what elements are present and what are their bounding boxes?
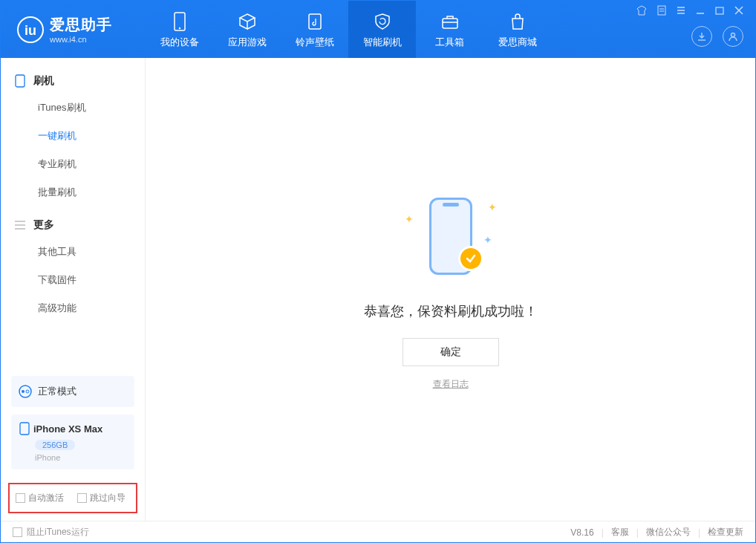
device-storage: 256GB — [35, 440, 75, 450]
svg-text:iu: iu — [25, 23, 36, 38]
device-type: iPhone — [35, 453, 127, 462]
toolbox-icon — [440, 10, 460, 33]
svg-rect-5 — [443, 19, 457, 28]
svg-point-3 — [178, 27, 180, 28]
minimize-icon[interactable] — [696, 5, 705, 16]
tab-ringtones[interactable]: 铃声壁纸 — [281, 1, 348, 58]
svg-point-22 — [22, 390, 25, 393]
sidebar-item-pro-flash[interactable]: 专业刷机 — [1, 150, 145, 178]
sparkle-icon: ✦ — [488, 201, 497, 213]
tab-store[interactable]: 爱思商城 — [483, 1, 551, 58]
sidebar-item-advanced[interactable]: 高级功能 — [1, 294, 145, 322]
footer-update-link[interactable]: 检查更新 — [708, 526, 743, 539]
tab-flash[interactable]: 智能刷机 — [348, 1, 416, 58]
svg-rect-24 — [20, 423, 29, 435]
logo-area: iu 爱思助手 www.i4.cn — [1, 1, 146, 58]
auto-activate-checkbox[interactable]: 自动激活 — [16, 492, 64, 504]
download-button[interactable] — [691, 26, 712, 47]
device-icon — [172, 10, 187, 33]
sparkle-icon: ✦ — [483, 234, 492, 246]
sidebar-item-oneclick-flash[interactable]: 一键刷机 — [1, 122, 145, 150]
device-name: iPhone XS Max — [33, 423, 102, 435]
skip-guide-checkbox[interactable]: 跳过向导 — [77, 492, 126, 504]
list-icon — [14, 220, 26, 230]
user-button[interactable] — [723, 26, 743, 47]
tab-label: 智能刷机 — [363, 36, 402, 49]
tab-label: 铃声壁纸 — [296, 36, 334, 49]
svg-rect-4 — [309, 14, 321, 29]
tab-label: 应用游戏 — [228, 36, 267, 49]
maximize-icon[interactable] — [715, 5, 724, 16]
close-icon[interactable] — [734, 5, 743, 16]
music-file-icon — [307, 10, 323, 33]
logo-icon: iu — [17, 16, 44, 43]
tab-label: 我的设备 — [160, 36, 199, 49]
footer-service-link[interactable]: 客服 — [611, 526, 629, 539]
success-illustration: ✦ ✦ ✦ — [384, 188, 518, 284]
tab-my-device[interactable]: 我的设备 — [146, 1, 213, 58]
tab-toolbox[interactable]: 工具箱 — [416, 1, 483, 58]
sidebar-item-download-fw[interactable]: 下载固件 — [1, 266, 145, 294]
svg-rect-13 — [716, 7, 723, 14]
svg-rect-17 — [16, 75, 25, 87]
device-status: 正常模式 — [11, 376, 134, 407]
app-title: 爱思助手 — [50, 15, 112, 35]
note-icon[interactable] — [657, 5, 666, 16]
shirt-icon[interactable] — [636, 5, 647, 16]
footer: 阻止iTunes运行 V8.16 | 客服 | 微信公众号 | 检查更新 — [1, 521, 755, 543]
tab-apps[interactable]: 应用游戏 — [213, 1, 281, 58]
header: iu 爱思助手 www.i4.cn 我的设备 应用游戏 铃声壁纸 智能刷机 工具… — [1, 1, 755, 58]
success-message: 恭喜您，保资料刷机成功啦！ — [364, 302, 538, 320]
status-text: 正常模式 — [38, 385, 76, 398]
sidebar-header-flash: 刷机 — [1, 68, 145, 94]
window-controls — [633, 1, 746, 20]
footer-wechat-link[interactable]: 微信公众号 — [646, 526, 691, 539]
phone-icon — [14, 74, 26, 88]
status-icon — [19, 385, 32, 398]
svg-point-16 — [731, 33, 735, 37]
tab-label: 工具箱 — [435, 36, 464, 49]
svg-point-23 — [26, 390, 29, 393]
shield-refresh-icon — [373, 10, 392, 33]
top-tabs: 我的设备 应用游戏 铃声壁纸 智能刷机 工具箱 爱思商城 — [146, 1, 551, 58]
phone-small-icon — [19, 422, 30, 435]
sidebar: 刷机 iTunes刷机 一键刷机 专业刷机 批量刷机 更多 其他工具 下载固件 … — [1, 58, 146, 521]
block-itunes-checkbox[interactable]: 阻止iTunes运行 — [13, 526, 89, 539]
version-label: V8.16 — [570, 527, 593, 538]
tab-label: 爱思商城 — [498, 36, 537, 49]
sidebar-item-other-tools[interactable]: 其他工具 — [1, 238, 145, 266]
check-badge-icon — [458, 246, 483, 271]
menu-icon[interactable] — [677, 5, 685, 16]
device-info[interactable]: iPhone XS Max 256GB iPhone — [11, 414, 134, 469]
svg-rect-6 — [658, 6, 665, 15]
ok-button[interactable]: 确定 — [403, 338, 499, 366]
cube-icon — [238, 10, 257, 33]
sidebar-item-batch-flash[interactable]: 批量刷机 — [1, 178, 145, 207]
sidebar-header-more: 更多 — [1, 212, 145, 238]
app-subtitle: www.i4.cn — [50, 35, 112, 44]
bag-icon — [509, 10, 527, 33]
options-box: 自动激活 跳过向导 — [8, 483, 137, 513]
view-log-link[interactable]: 查看日志 — [433, 378, 469, 391]
sidebar-item-itunes-flash[interactable]: iTunes刷机 — [1, 94, 145, 122]
sparkle-icon: ✦ — [405, 213, 414, 225]
main-content: ✦ ✦ ✦ 恭喜您，保资料刷机成功啦！ 确定 查看日志 — [146, 58, 755, 521]
svg-point-21 — [19, 386, 31, 397]
